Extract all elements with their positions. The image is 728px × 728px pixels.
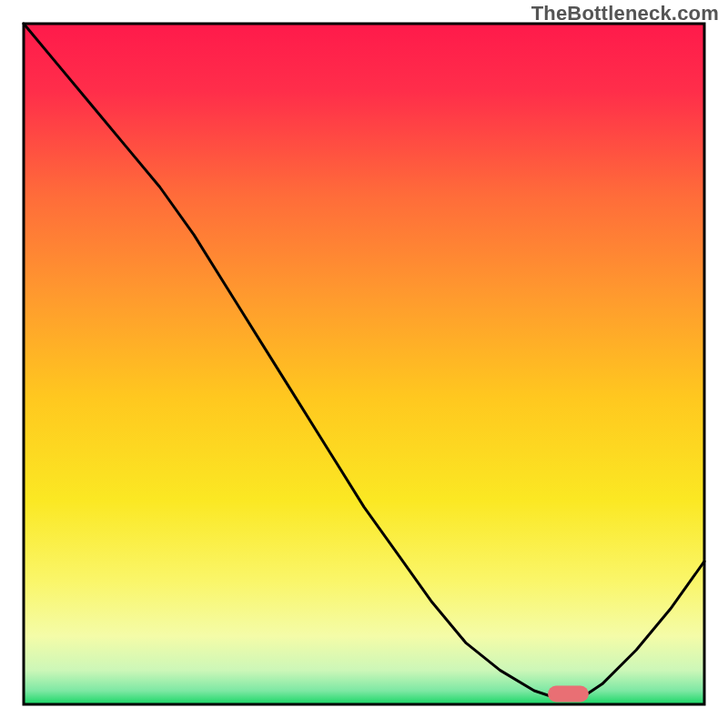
chart-container: TheBottleneck.com <box>0 0 728 728</box>
bottleneck-chart <box>0 0 728 728</box>
optimal-marker <box>548 686 589 703</box>
plot-area <box>24 24 704 704</box>
